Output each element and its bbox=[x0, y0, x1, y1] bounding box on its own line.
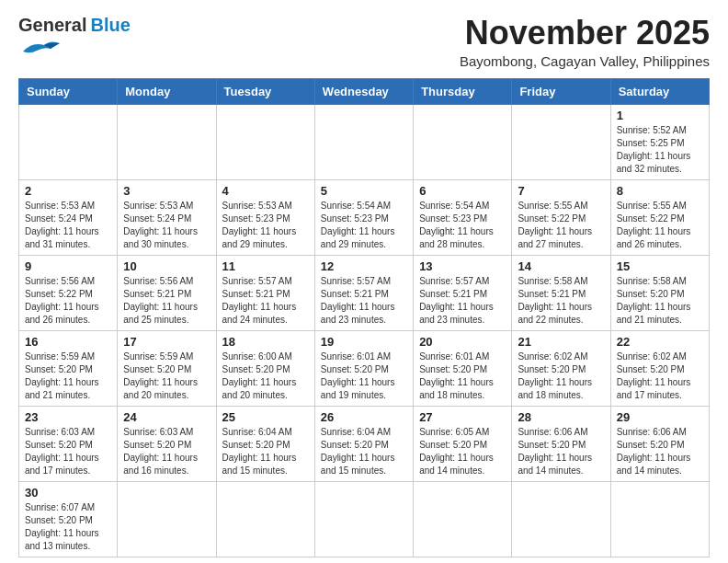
col-header-saturday: Saturday bbox=[610, 78, 709, 104]
day-1-sunset: Sunset: 5:25 PM bbox=[617, 138, 685, 148]
col-header-tuesday: Tuesday bbox=[216, 78, 314, 104]
day-21: 21 Sunrise: 6:02 AM Sunset: 5:20 PM Dayl… bbox=[512, 330, 610, 406]
empty-cell bbox=[314, 481, 413, 557]
day-27: 27 Sunrise: 6:05 AM Sunset: 5:20 PM Dayl… bbox=[414, 406, 512, 481]
day-25: 25 Sunrise: 6:04 AM Sunset: 5:20 PM Dayl… bbox=[216, 406, 314, 481]
day-30: 30 Sunrise: 6:07 AM Sunset: 5:20 PM Dayl… bbox=[19, 481, 118, 557]
day-13: 13 Sunrise: 5:57 AM Sunset: 5:21 PM Dayl… bbox=[414, 255, 512, 330]
day-3: 3 Sunrise: 5:53 AM Sunset: 5:24 PM Dayli… bbox=[118, 179, 216, 255]
day-12: 12 Sunrise: 5:57 AM Sunset: 5:21 PM Dayl… bbox=[314, 255, 413, 330]
logo-bird-icon bbox=[18, 38, 64, 58]
empty-cell bbox=[216, 481, 314, 557]
day-26: 26 Sunrise: 6:04 AM Sunset: 5:20 PM Dayl… bbox=[314, 406, 413, 481]
day-10: 10 Sunrise: 5:56 AM Sunset: 5:21 PM Dayl… bbox=[118, 255, 216, 330]
empty-cell bbox=[414, 481, 512, 557]
calendar-header-row: Sunday Monday Tuesday Wednesday Thursday… bbox=[19, 78, 710, 104]
calendar-row-5: 23 Sunrise: 6:03 AM Sunset: 5:20 PM Dayl… bbox=[19, 406, 710, 481]
day-18: 18 Sunrise: 6:00 AM Sunset: 5:20 PM Dayl… bbox=[216, 330, 314, 406]
day-23: 23 Sunrise: 6:03 AM Sunset: 5:20 PM Dayl… bbox=[19, 406, 118, 481]
day-1: 1 Sunrise: 5:52 AM Sunset: 5:25 PM Dayli… bbox=[610, 104, 709, 179]
day-2: 2 Sunrise: 5:53 AM Sunset: 5:24 PM Dayli… bbox=[19, 179, 118, 255]
empty-cell bbox=[414, 104, 512, 179]
empty-cell bbox=[216, 104, 314, 179]
calendar-row-2: 2 Sunrise: 5:53 AM Sunset: 5:24 PM Dayli… bbox=[19, 179, 710, 255]
col-header-wednesday: Wednesday bbox=[314, 78, 413, 104]
month-title: November 2025 bbox=[460, 15, 710, 52]
day-1-daylight: Daylight: 11 hours and 32 minutes. bbox=[617, 151, 691, 174]
calendar-row-1: 1 Sunrise: 5:52 AM Sunset: 5:25 PM Dayli… bbox=[19, 104, 710, 179]
logo-blue-text: Blue bbox=[90, 15, 130, 36]
day-5: 5 Sunrise: 5:54 AM Sunset: 5:23 PM Dayli… bbox=[314, 179, 413, 255]
day-29: 29 Sunrise: 6:06 AM Sunset: 5:20 PM Dayl… bbox=[610, 406, 709, 481]
day-22: 22 Sunrise: 6:02 AM Sunset: 5:20 PM Dayl… bbox=[610, 330, 709, 406]
empty-cell bbox=[118, 104, 216, 179]
empty-cell bbox=[19, 104, 118, 179]
calendar-table: Sunday Monday Tuesday Wednesday Thursday… bbox=[18, 78, 710, 557]
logo: General Blue bbox=[18, 15, 131, 58]
calendar-row-3: 9 Sunrise: 5:56 AM Sunset: 5:22 PM Dayli… bbox=[19, 255, 710, 330]
location-subtitle: Bayombong, Cagayan Valley, Philippines bbox=[460, 53, 710, 69]
title-area: November 2025 Bayombong, Cagayan Valley,… bbox=[460, 15, 710, 69]
day-1-sunrise: Sunrise: 5:52 AM bbox=[617, 125, 687, 135]
day-6: 6 Sunrise: 5:54 AM Sunset: 5:23 PM Dayli… bbox=[414, 179, 512, 255]
calendar-row-4: 16 Sunrise: 5:59 AM Sunset: 5:20 PM Dayl… bbox=[19, 330, 710, 406]
calendar-row-6 last-row: 30 Sunrise: 6:07 AM Sunset: 5:20 PM Dayl… bbox=[19, 481, 710, 557]
day-9: 9 Sunrise: 5:56 AM Sunset: 5:22 PM Dayli… bbox=[19, 255, 118, 330]
empty-cell bbox=[512, 104, 610, 179]
day-4: 4 Sunrise: 5:53 AM Sunset: 5:23 PM Dayli… bbox=[216, 179, 314, 255]
col-header-monday: Monday bbox=[118, 78, 216, 104]
day-11: 11 Sunrise: 5:57 AM Sunset: 5:21 PM Dayl… bbox=[216, 255, 314, 330]
empty-cell bbox=[118, 481, 216, 557]
logo-general-text: General bbox=[18, 15, 86, 36]
col-header-thursday: Thursday bbox=[414, 78, 512, 104]
day-24: 24 Sunrise: 6:03 AM Sunset: 5:20 PM Dayl… bbox=[118, 406, 216, 481]
day-19: 19 Sunrise: 6:01 AM Sunset: 5:20 PM Dayl… bbox=[314, 330, 413, 406]
col-header-sunday: Sunday bbox=[19, 78, 118, 104]
page-header: General Blue November 2025 Bayombong, Ca… bbox=[18, 15, 710, 69]
day-14: 14 Sunrise: 5:58 AM Sunset: 5:21 PM Dayl… bbox=[512, 255, 610, 330]
col-header-friday: Friday bbox=[512, 78, 610, 104]
empty-cell bbox=[314, 104, 413, 179]
day-28: 28 Sunrise: 6:06 AM Sunset: 5:20 PM Dayl… bbox=[512, 406, 610, 481]
empty-cell bbox=[512, 481, 610, 557]
day-8: 8 Sunrise: 5:55 AM Sunset: 5:22 PM Dayli… bbox=[610, 179, 709, 255]
day-7: 7 Sunrise: 5:55 AM Sunset: 5:22 PM Dayli… bbox=[512, 179, 610, 255]
day-17: 17 Sunrise: 5:59 AM Sunset: 5:20 PM Dayl… bbox=[118, 330, 216, 406]
day-15: 15 Sunrise: 5:58 AM Sunset: 5:20 PM Dayl… bbox=[610, 255, 709, 330]
day-20: 20 Sunrise: 6:01 AM Sunset: 5:20 PM Dayl… bbox=[414, 330, 512, 406]
day-16: 16 Sunrise: 5:59 AM Sunset: 5:20 PM Dayl… bbox=[19, 330, 118, 406]
empty-cell bbox=[610, 481, 709, 557]
